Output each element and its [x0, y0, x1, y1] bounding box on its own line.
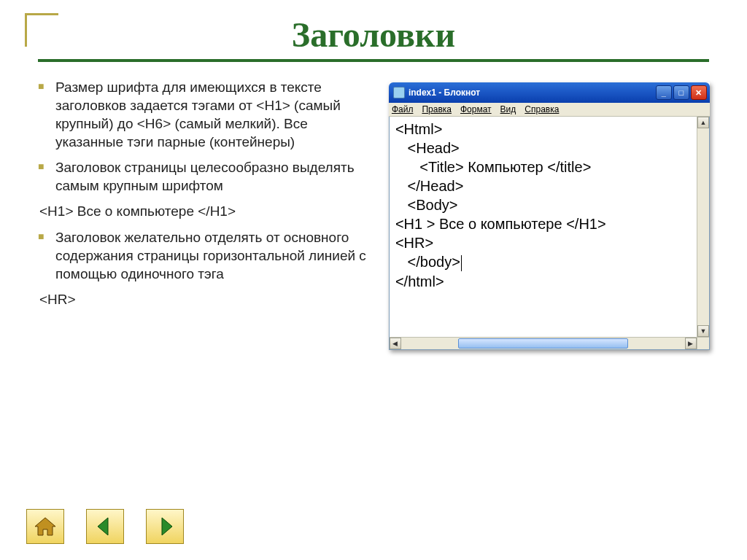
code-line: </body>	[395, 254, 703, 271]
slide-title: Заголовки	[29, 15, 718, 55]
scroll-right-icon[interactable]: ▶	[685, 338, 697, 349]
close-button[interactable]: ✕	[691, 85, 707, 100]
minimize-button[interactable]: _	[656, 85, 672, 100]
text-caret	[461, 255, 462, 271]
next-button[interactable]	[146, 509, 184, 544]
notepad-textarea[interactable]: <Html> <Head> <Title> Компьютер </title>…	[389, 117, 710, 350]
code-line: <Html>	[395, 121, 703, 138]
code-line: </html>	[395, 273, 703, 290]
notepad-titlebar[interactable]: index1 - Блокнот _ □ ✕	[389, 82, 710, 103]
slide: Заголовки Размер шрифта для имеющихся в …	[0, 0, 747, 560]
arrow-right-icon	[153, 515, 177, 538]
code-line: <HR>	[395, 235, 703, 252]
home-icon	[34, 515, 57, 538]
nav-buttons	[26, 509, 184, 544]
maximize-button[interactable]: □	[673, 85, 689, 100]
menu-help[interactable]: Справка	[525, 104, 559, 114]
scroll-up-icon[interactable]: ▲	[697, 117, 709, 128]
bullet-2: Заголовок страницы целесообразно выделят…	[38, 158, 374, 195]
code-line: <Title> Компьютер </title>	[395, 159, 703, 176]
bullet-3: Заголовок желательно отделять от основно…	[38, 228, 374, 283]
notepad-title: index1 - Блокнот	[409, 88, 656, 98]
code-example-1: <H1> Все о компьютере </H1>	[38, 202, 374, 220]
scroll-thumb[interactable]	[458, 338, 628, 349]
scroll-corner	[697, 337, 709, 349]
title-underline	[38, 59, 709, 62]
home-button[interactable]	[26, 509, 64, 544]
scroll-track[interactable]	[697, 128, 709, 325]
arrow-left-icon	[93, 515, 117, 538]
code-example-2: <HR>	[38, 290, 374, 308]
menu-edit[interactable]: Правка	[422, 104, 452, 114]
corner-decoration	[25, 13, 58, 47]
bullet-1: Размер шрифта для имеющихся в тексте заг…	[38, 78, 374, 151]
notepad-window: index1 - Блокнот _ □ ✕ Файл Правка Форма…	[389, 82, 710, 350]
menu-format[interactable]: Формат	[460, 104, 492, 114]
scroll-down-icon[interactable]: ▼	[697, 325, 709, 337]
scrollbar-vertical[interactable]: ▲ ▼	[697, 117, 709, 337]
prev-button[interactable]	[86, 509, 124, 544]
window-buttons: _ □ ✕	[656, 85, 707, 100]
code-line: <Head>	[395, 140, 703, 157]
menu-view[interactable]: Вид	[500, 104, 516, 114]
code-line: <Body>	[395, 197, 703, 214]
screenshot-column: index1 - Блокнот _ □ ✕ Файл Правка Форма…	[389, 78, 718, 350]
menu-file[interactable]: Файл	[392, 104, 414, 114]
notepad-menubar: Файл Правка Формат Вид Справка	[389, 103, 710, 117]
notepad-app-icon	[393, 87, 405, 98]
scrollbar-horizontal[interactable]: ◀ ▶	[390, 337, 697, 349]
scroll-track[interactable]	[401, 338, 685, 349]
content-area: Размер шрифта для имеющихся в тексте заг…	[29, 78, 718, 350]
code-line: <H1 > Все о компьютере </H1>	[395, 216, 703, 233]
code-line: </Head>	[395, 178, 703, 195]
text-column: Размер шрифта для имеющихся в тексте заг…	[38, 78, 374, 350]
scroll-left-icon[interactable]: ◀	[390, 338, 401, 349]
